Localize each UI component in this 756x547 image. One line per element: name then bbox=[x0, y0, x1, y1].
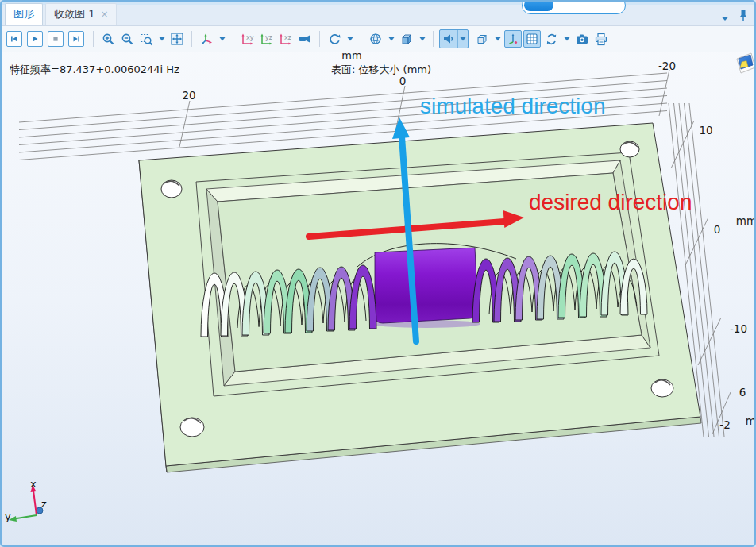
projector-icon bbox=[298, 33, 312, 45]
graphics-window: 20 0 -20 10 0 -10 6 -2 mm mm bbox=[0, 0, 756, 547]
mass-cylinder bbox=[372, 248, 480, 328]
triad-z-label: z bbox=[41, 498, 47, 510]
graphics-canvas[interactable]: 20 0 -20 10 0 -10 6 -2 mm mm bbox=[2, 2, 756, 547]
go-to-view-button[interactable] bbox=[198, 30, 215, 48]
stop-button[interactable] bbox=[48, 31, 64, 47]
axis-triad: x z y bbox=[5, 478, 47, 522]
tick-label: -10 bbox=[730, 322, 747, 335]
step-forward-button[interactable] bbox=[68, 31, 84, 47]
triad-y-label: y bbox=[5, 510, 11, 522]
sound-dropdown[interactable] bbox=[457, 30, 468, 48]
rotate-dropdown[interactable] bbox=[345, 30, 355, 48]
tick-label: 10 bbox=[699, 124, 712, 137]
screenshot-button[interactable] bbox=[573, 30, 591, 48]
tick-label: 20 bbox=[182, 89, 195, 102]
rotate-icon bbox=[328, 33, 341, 46]
axis-unit-label: mm bbox=[746, 414, 756, 427]
transparency-dropdown[interactable] bbox=[417, 30, 427, 48]
zoom-extents-button[interactable] bbox=[168, 30, 186, 48]
window-chrome: 图形 收敛图 1 × bbox=[2, 2, 754, 52]
step-backward-button[interactable] bbox=[6, 31, 22, 47]
zoom-box-dropdown[interactable] bbox=[156, 30, 167, 48]
tab-graphics[interactable]: 图形 bbox=[5, 3, 43, 25]
view-yz-button[interactable]: yz bbox=[258, 30, 276, 48]
play-icon bbox=[29, 33, 40, 44]
scene-light-button[interactable] bbox=[367, 30, 384, 48]
svg-text:xy: xy bbox=[246, 34, 254, 41]
camera-icon bbox=[575, 33, 589, 45]
view-xz-icon: xz bbox=[278, 33, 294, 46]
zoom-box-button[interactable] bbox=[137, 30, 155, 48]
axis-unit-label: mm bbox=[736, 214, 756, 227]
go-to-view-dropdown[interactable] bbox=[217, 30, 227, 48]
go-to-view-icon bbox=[200, 33, 214, 46]
step-forward-icon bbox=[71, 33, 82, 44]
printer-icon bbox=[594, 33, 608, 46]
cube-icon bbox=[400, 33, 414, 46]
surface-plot-title: 表面: 位移大小 (mm) bbox=[331, 63, 431, 77]
tab-convergence-label: 收敛图 1 bbox=[54, 7, 94, 21]
view-yz-icon: yz bbox=[259, 33, 275, 46]
chevron-down-icon[interactable] bbox=[721, 10, 729, 25]
view-xz-button[interactable]: xz bbox=[277, 30, 295, 48]
close-icon[interactable]: × bbox=[100, 9, 108, 20]
grid-icon bbox=[526, 33, 538, 45]
default-view-button[interactable] bbox=[296, 30, 314, 48]
simulated-direction-label: simulated direction bbox=[420, 94, 605, 118]
zoom-in-icon bbox=[102, 33, 115, 46]
desired-direction-label: desired direction bbox=[529, 190, 692, 214]
update-plot-dropdown[interactable] bbox=[561, 30, 572, 48]
toolbar-separator bbox=[433, 31, 434, 47]
triad-x-label: x bbox=[30, 478, 37, 490]
box-outline-icon bbox=[476, 33, 489, 46]
view-xy-button[interactable]: xy bbox=[239, 30, 256, 48]
zoom-out-button[interactable] bbox=[118, 30, 136, 48]
svg-text:yz: yz bbox=[265, 34, 272, 41]
transparency-button[interactable] bbox=[398, 30, 415, 48]
toolbar-separator bbox=[319, 31, 320, 47]
show-grid-toggle[interactable] bbox=[523, 30, 541, 48]
tab-bar: 图形 收敛图 1 × bbox=[2, 5, 754, 26]
axes-icon bbox=[507, 33, 519, 45]
pin-icon[interactable] bbox=[739, 10, 748, 25]
speaker-icon bbox=[442, 33, 455, 45]
view-toggle-pill[interactable] bbox=[522, 0, 626, 14]
tick-label: -2 bbox=[719, 418, 730, 431]
stop-icon bbox=[50, 33, 61, 44]
zoom-out-icon bbox=[121, 33, 134, 46]
play-button[interactable] bbox=[27, 31, 43, 47]
step-backward-icon bbox=[9, 33, 20, 44]
zoom-box-icon bbox=[140, 33, 153, 46]
zoom-extents-icon bbox=[170, 32, 184, 46]
environment-dropdown[interactable] bbox=[492, 30, 503, 48]
show-axes-toggle[interactable] bbox=[504, 30, 522, 48]
view-xy-icon: xy bbox=[240, 33, 256, 46]
sync-icon bbox=[545, 33, 558, 46]
environment-button[interactable] bbox=[473, 30, 491, 48]
svg-text:xz: xz bbox=[284, 34, 291, 41]
tick-label: 6 bbox=[739, 386, 746, 399]
graphics-toolbar: xy yz xz bbox=[2, 26, 754, 52]
eigenfrequency-text: 特征频率=87.437+0.0060244i Hz bbox=[10, 63, 179, 77]
globe-icon bbox=[368, 32, 383, 46]
plot-window-icon[interactable] bbox=[737, 53, 755, 73]
tick-label: 0 bbox=[714, 223, 721, 236]
print-button[interactable] bbox=[592, 30, 610, 48]
tab-convergence-plot[interactable]: 收敛图 1 × bbox=[45, 3, 117, 25]
sound-button[interactable] bbox=[440, 30, 457, 48]
zoom-in-button[interactable] bbox=[99, 30, 117, 48]
toolbar-separator bbox=[361, 31, 361, 47]
sound-button-group bbox=[439, 29, 469, 48]
toolbar-separator bbox=[233, 31, 233, 47]
rotate-view-button[interactable] bbox=[326, 30, 343, 48]
tick-label: -20 bbox=[658, 60, 676, 72]
update-plot-button[interactable] bbox=[542, 30, 560, 48]
toolbar-separator bbox=[191, 31, 192, 47]
scene-light-dropdown[interactable] bbox=[386, 30, 396, 48]
toggle-knob bbox=[524, 0, 554, 11]
toolbar-separator bbox=[93, 31, 94, 47]
